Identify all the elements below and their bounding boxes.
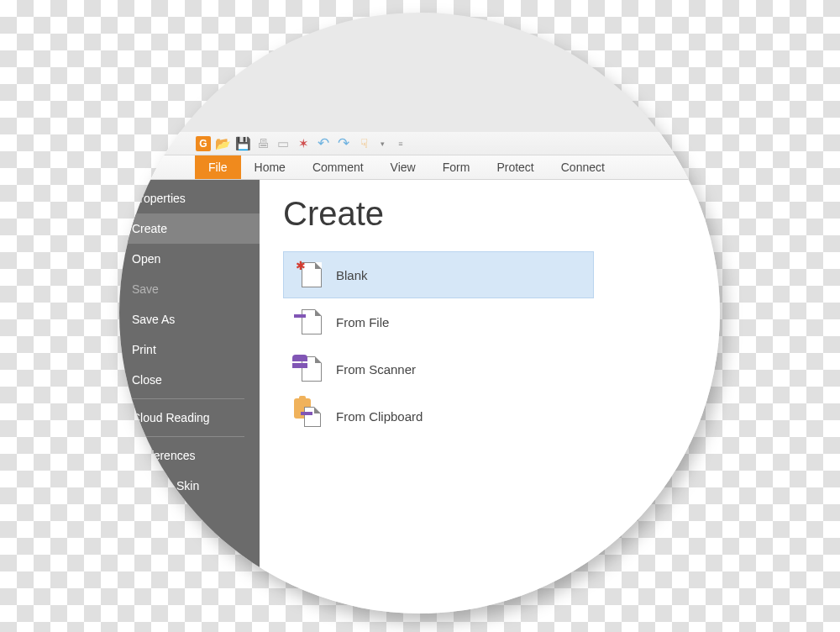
tab-label: Home [255,161,286,174]
tab-connect[interactable]: Connect [548,155,618,179]
tab-label: Comment [312,161,364,174]
option-label: Blank [336,268,368,282]
sidebar-item-label: Close [132,373,162,387]
ribbon-tabs: File Home Comment View Form Protect Conn… [119,155,720,180]
tab-label: File [208,161,228,174]
sidebar-item-label: Create [132,222,167,235]
option-label: From Clipboard [336,409,423,424]
sidebar-item-print[interactable]: Print [119,334,260,365]
qat-customize-icon[interactable]: ≡ [392,135,409,152]
option-label: From Scanner [336,362,416,377]
tab-comment[interactable]: Comment [299,155,377,179]
page-icon[interactable]: ▭ [275,135,291,152]
tab-protect[interactable]: Protect [483,155,547,179]
sidebar-separator [130,398,244,399]
new-star-icon[interactable]: ✶ [295,135,312,152]
option-label: From File [336,315,389,329]
blank-document-icon: ✱ [299,262,324,287]
sidebar-item-create[interactable]: Create [119,213,260,244]
option-from-scanner[interactable]: From Scanner [283,345,594,392]
sidebar-item-change-skin[interactable]: Change Skin [119,471,260,501]
quick-access-toolbar: G 📂 💾 🖶 ▭ ✶ ↶ ↷ ☟ ▾ ≡ [119,132,720,155]
sidebar-item-save: Save [119,274,260,304]
page-title: Create [283,195,720,233]
sidebar-item-label: Properties [132,192,186,205]
sidebar-item-properties[interactable]: Properties [119,183,260,213]
tab-label: Form [443,161,470,174]
tab-label: Protect [496,161,533,174]
disc-clip: G 📂 💾 🖶 ▭ ✶ ↶ ↷ ☟ ▾ ≡ File Home Comment … [119,13,720,614]
option-from-file[interactable]: From File [283,298,594,345]
option-blank[interactable]: ✱ Blank [283,251,594,298]
from-file-icon [299,309,324,334]
undo-icon[interactable]: ↶ [315,135,332,152]
sidebar-item-label: Preferences [132,449,195,462]
tab-file[interactable]: File [195,155,241,179]
backstage-content: Create ✱ Blank [260,180,720,614]
sidebar-item-label: Save [132,282,159,296]
sidebar-item-label: Change Skin [132,479,199,492]
sidebar-item-preferences[interactable]: Preferences [119,440,260,471]
tab-form[interactable]: Form [429,155,484,179]
app-logo-icon: G [196,136,211,151]
sidebar-item-cloud-reading[interactable]: Cloud Reading [119,403,260,433]
create-options: ✱ Blank From File [283,251,594,440]
sidebar-item-close[interactable]: Close [119,365,260,395]
backstage-view: Properties Create Open Save Save As Prin… [119,180,720,614]
save-floppy-icon[interactable]: 💾 [234,135,251,152]
qat-dropdown-icon[interactable]: ▾ [374,135,391,152]
sidebar-item-save-as[interactable]: Save As [119,304,260,334]
from-clipboard-icon [299,403,324,429]
open-folder-icon[interactable]: 📂 [214,135,231,152]
tab-home[interactable]: Home [241,155,299,179]
sidebar-item-label: Save As [132,313,175,326]
sidebar-item-label: Print [132,343,156,356]
sidebar-separator [130,436,244,437]
tab-label: Connect [561,161,605,174]
hand-tool-icon[interactable]: ☟ [355,135,372,152]
file-sidebar: Properties Create Open Save Save As Prin… [119,180,260,614]
from-scanner-icon [299,356,324,382]
tab-view[interactable]: View [377,155,429,179]
app-window: G 📂 💾 🖶 ▭ ✶ ↶ ↷ ☟ ▾ ≡ File Home Comment … [119,132,720,614]
screenshot-disc: G 📂 💾 🖶 ▭ ✶ ↶ ↷ ☟ ▾ ≡ File Home Comment … [119,13,720,614]
redo-icon[interactable]: ↷ [335,135,352,152]
tab-label: View [391,161,416,174]
sidebar-item-label: Cloud Reading [132,411,210,424]
print-icon[interactable]: 🖶 [255,135,271,152]
sidebar-item-open[interactable]: Open [119,244,260,274]
option-from-clipboard[interactable]: From Clipboard [283,392,594,440]
sidebar-item-label: Open [132,252,160,266]
